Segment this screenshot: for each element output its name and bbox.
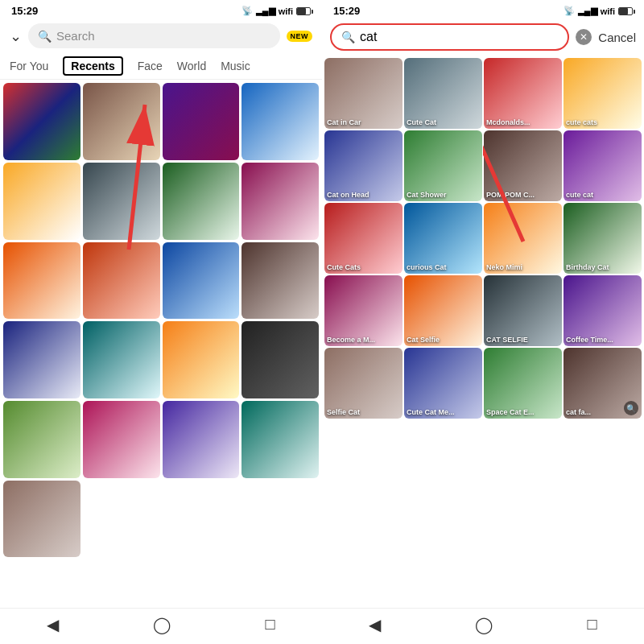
signal-icon-r: ▂▄▆ [578, 6, 597, 16]
result-cat-shower[interactable]: Cat Shower [404, 130, 482, 201]
tab-recents[interactable]: Recents [63, 56, 122, 76]
search-icon-active: 🔍 [341, 31, 355, 43]
list-item[interactable] [3, 401, 80, 478]
list-item[interactable] [3, 242, 80, 320]
result-label: Cat Selfie [407, 336, 480, 344]
results-row: Cat in Car Cute Cat Mcdonalds... cute ca… [324, 58, 642, 129]
result-label: Cat Shower [407, 191, 480, 199]
chevron-down-icon[interactable]: ⌄ [10, 27, 22, 45]
list-item[interactable] [83, 401, 160, 478]
result-label: Mcdonalds... [486, 118, 559, 126]
result-become-m[interactable]: Become a M... [324, 275, 402, 346]
grid-row [3, 481, 319, 558]
battery-icon-r [618, 7, 633, 15]
list-item[interactable] [242, 163, 319, 240]
results-row: Cute Cats curious Cat Neko Mimi Birthday… [324, 203, 642, 274]
results-row: Cat on Head Cat Shower POM POM C... cute… [324, 130, 642, 201]
list-item[interactable] [163, 83, 240, 160]
results-row: Selfie Cat Cute Cat Me... Space Cat E...… [324, 348, 642, 419]
list-item[interactable] [3, 321, 80, 398]
search-icon-corner: 🔍 [624, 401, 638, 415]
result-curious-cat[interactable]: curious Cat [404, 203, 482, 274]
search-icon: 🔍 [38, 30, 52, 43]
back-nav-button-r[interactable]: ◀ [369, 615, 381, 634]
result-cute-cat-2[interactable]: cute cat [564, 130, 642, 201]
result-cat-fa[interactable]: cat fa... 🔍 [564, 348, 642, 419]
result-label: Cat in Car [327, 118, 400, 126]
result-neko-mimi[interactable]: Neko Mimi [484, 203, 562, 274]
clear-search-button[interactable]: ✕ [576, 29, 592, 45]
list-item[interactable] [242, 321, 319, 398]
list-item[interactable] [163, 321, 240, 398]
battery-icon [296, 7, 311, 15]
cancel-button[interactable]: Cancel [598, 31, 636, 44]
right-search-header: 🔍 cat ✕ Cancel [322, 19, 644, 56]
list-item[interactable] [163, 242, 240, 320]
result-label: Cute Cat [407, 118, 480, 126]
result-cute-cat[interactable]: Cute Cat [404, 58, 482, 129]
list-item[interactable] [163, 401, 240, 478]
right-time: 15:29 [333, 5, 360, 17]
result-cat-selfie[interactable]: Cat Selfie [404, 275, 482, 346]
list-item[interactable] [3, 163, 80, 240]
result-selfie-cat[interactable]: Selfie Cat [324, 348, 402, 419]
filter-tabs: For You Recents Face World Music [0, 53, 322, 80]
cast-icon-r: 📡 [564, 6, 575, 16]
result-label: Become a M... [327, 336, 400, 344]
result-label: Neko Mimi [486, 263, 559, 271]
wifi-icon-r: wifi [601, 6, 615, 16]
list-item[interactable] [163, 163, 240, 240]
active-search-bar[interactable]: 🔍 cat [330, 23, 569, 51]
result-cute-cat-me[interactable]: Cute Cat Me... [404, 348, 482, 419]
list-item[interactable] [242, 83, 319, 160]
result-label: curious Cat [407, 263, 480, 271]
result-cute-cats-sm[interactable]: cute cats [564, 58, 642, 129]
result-cat-on-head[interactable]: Cat on Head [324, 130, 402, 201]
right-status-icons: 📡 ▂▄▆ wifi [564, 6, 633, 16]
list-item[interactable] [3, 83, 80, 160]
left-panel: 15:29 📡 ▂▄▆ wifi ⌄ 🔍 Search NEW For You … [0, 0, 322, 644]
result-cute-cats-big[interactable]: Cute Cats [324, 203, 402, 274]
result-cat-selfie-caps[interactable]: CAT SELFIE [484, 275, 562, 346]
list-item[interactable] [83, 321, 160, 398]
result-label: Cute Cat Me... [407, 408, 480, 416]
recent-nav-button[interactable]: □ [265, 615, 275, 634]
result-label: cute cat [566, 191, 639, 199]
search-query[interactable]: cat [360, 30, 377, 44]
tab-world[interactable]: World [177, 56, 206, 76]
left-search-bar[interactable]: 🔍 Search [28, 23, 280, 48]
result-birthday-cat[interactable]: Birthday Cat [564, 203, 642, 274]
right-panel: 15:29 📡 ▂▄▆ wifi 🔍 cat ✕ Cancel Cat in C… [322, 0, 644, 644]
result-label: Space Cat E... [486, 408, 559, 416]
left-status-icons: 📡 ▂▄▆ wifi [242, 6, 311, 16]
cast-icon: 📡 [242, 6, 253, 16]
list-item[interactable] [3, 481, 80, 558]
result-coffee-time[interactable]: Coffee Time... [564, 275, 642, 346]
results-row: Become a M... Cat Selfie CAT SELFIE Coff… [324, 275, 642, 346]
tab-for-you[interactable]: For You [10, 56, 48, 76]
result-label: POM POM C... [486, 191, 559, 199]
result-cat-in-car[interactable]: Cat in Car [324, 58, 402, 129]
tab-face[interactable]: Face [138, 56, 163, 76]
right-status-bar: 15:29 📡 ▂▄▆ wifi [322, 0, 644, 19]
list-item[interactable] [83, 83, 160, 160]
result-space-cat-e[interactable]: Space Cat E... [484, 348, 562, 419]
tab-music[interactable]: Music [221, 56, 250, 76]
result-label: Birthday Cat [566, 263, 639, 271]
search-placeholder: Search [56, 29, 95, 43]
result-mcdonalds[interactable]: Mcdonalds... [484, 58, 562, 129]
left-time: 15:29 [11, 5, 38, 17]
wifi-icon: wifi [279, 6, 293, 16]
list-item[interactable] [83, 242, 160, 320]
list-item[interactable] [83, 163, 160, 240]
back-nav-button[interactable]: ◀ [47, 615, 59, 634]
left-grid [0, 80, 322, 608]
list-item[interactable] [242, 242, 319, 320]
recent-nav-button-r[interactable]: □ [587, 615, 597, 634]
list-item[interactable] [242, 401, 319, 478]
home-nav-button-r[interactable]: ◯ [475, 615, 493, 634]
result-label: cute cats [566, 118, 639, 126]
result-pom-pom[interactable]: POM POM C... [484, 130, 562, 201]
result-label: Coffee Time... [566, 336, 639, 344]
home-nav-button[interactable]: ◯ [153, 615, 171, 634]
